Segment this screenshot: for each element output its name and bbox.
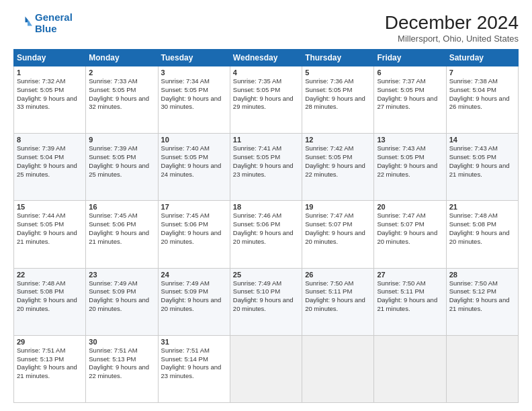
day-number: 1	[17, 68, 83, 77]
calendar-day-cell: 29 Sunrise: 7:51 AM Sunset: 5:13 PM Dayl…	[14, 335, 86, 402]
calendar-day-cell: 7 Sunrise: 7:38 AM Sunset: 5:04 PM Dayli…	[446, 66, 518, 134]
day-info: Sunrise: 7:36 AM Sunset: 5:05 PM Dayligh…	[305, 77, 371, 111]
day-number: 7	[449, 68, 515, 77]
day-info: Sunrise: 7:35 AM Sunset: 5:05 PM Dayligh…	[233, 77, 299, 111]
sunrise-label: Sunrise: 7:43 AM	[449, 144, 498, 152]
sunrise-label: Sunrise: 7:51 AM	[161, 347, 210, 354]
sunrise-label: Sunrise: 7:50 AM	[305, 279, 353, 287]
header: General Blue December 2024 Millersport, …	[13, 12, 519, 44]
calendar-day-cell	[302, 335, 374, 402]
sunset-label: Sunset: 5:05 PM	[305, 153, 352, 161]
day-number: 16	[89, 203, 154, 211]
sunrise-label: Sunrise: 7:39 AM	[17, 144, 65, 152]
day-info: Sunrise: 7:46 AM Sunset: 5:06 PM Dayligh…	[233, 212, 299, 246]
daylight-label: Daylight: 9 hours and 27 minutes.	[377, 95, 437, 111]
weekday-header: Monday	[86, 50, 158, 66]
day-info: Sunrise: 7:32 AM Sunset: 5:05 PM Dayligh…	[17, 77, 83, 111]
title-block: December 2024 Millersport, Ohio, United …	[385, 12, 519, 44]
sunrise-label: Sunrise: 7:48 AM	[449, 212, 498, 219]
calendar-day-cell: 19 Sunrise: 7:47 AM Sunset: 5:07 PM Dayl…	[302, 201, 374, 268]
daylight-label: Daylight: 9 hours and 21 minutes.	[17, 363, 77, 379]
day-info: Sunrise: 7:45 AM Sunset: 5:06 PM Dayligh…	[161, 212, 227, 246]
day-number: 21	[449, 203, 515, 211]
day-number: 20	[377, 203, 443, 211]
calendar-day-cell: 23 Sunrise: 7:49 AM Sunset: 5:09 PM Dayl…	[86, 268, 158, 335]
daylight-label: Daylight: 9 hours and 21 minutes.	[449, 162, 510, 178]
day-info: Sunrise: 7:39 AM Sunset: 5:05 PM Dayligh…	[89, 144, 154, 179]
daylight-label: Daylight: 9 hours and 20 minutes.	[161, 229, 222, 245]
day-info: Sunrise: 7:51 AM Sunset: 5:14 PM Dayligh…	[161, 347, 227, 381]
daylight-label: Daylight: 9 hours and 24 minutes.	[161, 162, 222, 178]
calendar-day-cell: 31 Sunrise: 7:51 AM Sunset: 5:14 PM Dayl…	[158, 335, 230, 402]
day-number: 8	[17, 136, 83, 144]
sunrise-label: Sunrise: 7:45 AM	[89, 212, 137, 219]
day-number: 25	[233, 271, 299, 279]
subtitle: Millersport, Ohio, United States	[385, 34, 519, 44]
calendar-header-row: SundayMondayTuesdayWednesdayThursdayFrid…	[14, 50, 519, 66]
daylight-label: Daylight: 9 hours and 32 minutes.	[89, 95, 149, 111]
sunrise-label: Sunrise: 7:36 AM	[305, 77, 353, 85]
calendar-day-cell: 28 Sunrise: 7:50 AM Sunset: 5:12 PM Dayl…	[446, 268, 518, 335]
day-info: Sunrise: 7:49 AM Sunset: 5:09 PM Dayligh…	[161, 279, 227, 314]
daylight-label: Daylight: 9 hours and 20 minutes.	[377, 229, 437, 245]
sunset-label: Sunset: 5:09 PM	[89, 287, 136, 295]
sunset-label: Sunset: 5:05 PM	[233, 86, 280, 93]
sunrise-label: Sunrise: 7:47 AM	[377, 212, 425, 219]
weekday-header: Tuesday	[158, 50, 230, 66]
day-number: 4	[233, 68, 299, 77]
day-info: Sunrise: 7:43 AM Sunset: 5:05 PM Dayligh…	[449, 144, 515, 179]
calendar-day-cell: 15 Sunrise: 7:44 AM Sunset: 5:05 PM Dayl…	[14, 201, 86, 268]
sunrise-label: Sunrise: 7:41 AM	[233, 144, 281, 152]
day-number: 30	[89, 338, 154, 346]
sunrise-label: Sunrise: 7:50 AM	[449, 279, 498, 287]
sunrise-label: Sunrise: 7:47 AM	[305, 212, 353, 219]
day-number: 9	[89, 136, 154, 144]
weekday-header: Thursday	[302, 50, 374, 66]
day-info: Sunrise: 7:37 AM Sunset: 5:05 PM Dayligh…	[377, 77, 443, 111]
daylight-label: Daylight: 9 hours and 20 minutes.	[305, 229, 365, 245]
day-number: 22	[17, 271, 83, 279]
calendar-week-row: 15 Sunrise: 7:44 AM Sunset: 5:05 PM Dayl…	[14, 201, 519, 268]
sunset-label: Sunset: 5:05 PM	[89, 153, 136, 161]
calendar-day-cell: 11 Sunrise: 7:41 AM Sunset: 5:05 PM Dayl…	[230, 134, 302, 201]
sunset-label: Sunset: 5:12 PM	[449, 287, 496, 295]
calendar-day-cell: 18 Sunrise: 7:46 AM Sunset: 5:06 PM Dayl…	[230, 201, 302, 268]
daylight-label: Daylight: 9 hours and 21 minutes.	[377, 296, 437, 312]
sunrise-label: Sunrise: 7:34 AM	[161, 77, 210, 85]
sunrise-label: Sunrise: 7:32 AM	[17, 77, 65, 85]
day-number: 10	[161, 136, 227, 144]
sunset-label: Sunset: 5:14 PM	[161, 355, 208, 363]
calendar-day-cell: 3 Sunrise: 7:34 AM Sunset: 5:05 PM Dayli…	[158, 66, 230, 134]
day-number: 13	[377, 136, 443, 144]
calendar-week-row: 22 Sunrise: 7:48 AM Sunset: 5:08 PM Dayl…	[14, 268, 519, 335]
page: General Blue December 2024 Millersport, …	[0, 0, 532, 411]
daylight-label: Daylight: 9 hours and 22 minutes.	[89, 363, 149, 379]
sunset-label: Sunset: 5:11 PM	[377, 287, 424, 295]
day-info: Sunrise: 7:42 AM Sunset: 5:05 PM Dayligh…	[305, 144, 371, 179]
main-title: December 2024	[385, 12, 519, 34]
calendar-day-cell	[446, 335, 518, 402]
sunset-label: Sunset: 5:13 PM	[89, 355, 136, 363]
sunrise-label: Sunrise: 7:39 AM	[89, 144, 137, 152]
sunset-label: Sunset: 5:05 PM	[233, 153, 280, 161]
calendar-day-cell: 17 Sunrise: 7:45 AM Sunset: 5:06 PM Dayl…	[158, 201, 230, 268]
weekday-header: Saturday	[446, 50, 518, 66]
calendar-day-cell	[230, 335, 302, 402]
day-info: Sunrise: 7:48 AM Sunset: 5:08 PM Dayligh…	[17, 279, 83, 314]
sunset-label: Sunset: 5:05 PM	[17, 86, 64, 93]
sunset-label: Sunset: 5:06 PM	[161, 220, 208, 228]
day-number: 18	[233, 203, 299, 211]
daylight-label: Daylight: 9 hours and 23 minutes.	[161, 363, 222, 379]
calendar-day-cell: 20 Sunrise: 7:47 AM Sunset: 5:07 PM Dayl…	[374, 201, 446, 268]
sunrise-label: Sunrise: 7:44 AM	[17, 212, 65, 219]
sunset-label: Sunset: 5:07 PM	[377, 220, 424, 228]
sunset-label: Sunset: 5:05 PM	[377, 86, 424, 93]
day-info: Sunrise: 7:51 AM Sunset: 5:13 PM Dayligh…	[89, 347, 154, 381]
daylight-label: Daylight: 9 hours and 25 minutes.	[17, 162, 77, 178]
sunset-label: Sunset: 5:05 PM	[161, 86, 208, 93]
sunset-label: Sunset: 5:05 PM	[161, 153, 208, 161]
sunrise-label: Sunrise: 7:40 AM	[161, 144, 210, 152]
sunset-label: Sunset: 5:05 PM	[377, 153, 424, 161]
day-number: 11	[233, 136, 299, 144]
calendar-day-cell: 8 Sunrise: 7:39 AM Sunset: 5:04 PM Dayli…	[14, 134, 86, 201]
